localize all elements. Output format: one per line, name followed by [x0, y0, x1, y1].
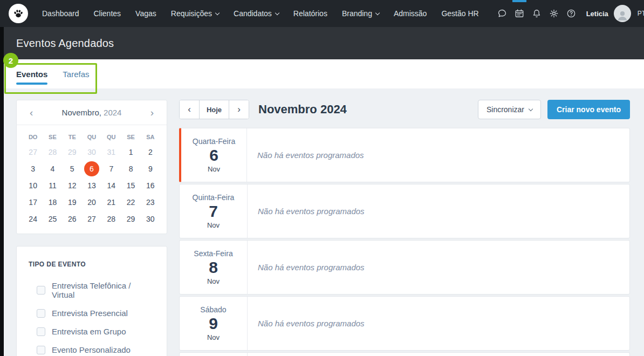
calendar-day-number: 30: [143, 211, 158, 227]
calendar-day[interactable]: 19: [63, 194, 82, 210]
calendar-day[interactable]: 26: [63, 210, 82, 227]
calendar-day[interactable]: 23: [141, 194, 160, 210]
checkbox-entrevista-telefonica-virtual[interactable]: [37, 286, 45, 295]
nav-item-vagas[interactable]: Vagas: [135, 9, 156, 18]
calendar-day[interactable]: 14: [101, 177, 121, 194]
calendar-day-number: 11: [45, 178, 60, 193]
calendar-day[interactable]: 28: [43, 143, 62, 160]
user-name[interactable]: Leticia: [586, 10, 608, 18]
nav-item-label: Branding: [342, 9, 372, 18]
event-date[interactable]: Quarta-Feira6Nov: [181, 128, 247, 182]
language-selector[interactable]: PT: [638, 10, 644, 17]
nav-item-dashboard[interactable]: Dashboard: [42, 9, 79, 18]
calendar-day[interactable]: 17: [23, 194, 43, 210]
checkbox-entrevista-em-grupo[interactable]: [37, 327, 45, 336]
calendar-day-selected[interactable]: 6: [82, 160, 101, 177]
calendar-day[interactable]: 2: [141, 143, 160, 160]
calendar-day[interactable]: 10: [23, 177, 43, 194]
calendar-day[interactable]: 15: [121, 177, 140, 194]
calendar-day[interactable]: 5: [63, 160, 82, 177]
mini-calendar-card: ‹ Novembro, 2024 › DOSETEQUQUSESA 272829…: [16, 100, 167, 234]
calendar-day[interactable]: 22: [121, 194, 140, 210]
create-event-button[interactable]: Criar novo evento: [547, 100, 630, 119]
event-type-options: Entrevista Telefônica / VirtualEntrevist…: [29, 281, 155, 354]
event-date[interactable]: Sábado9Nov: [180, 297, 248, 350]
calendar-day[interactable]: 30: [141, 210, 160, 227]
checkbox-entrevista-presencial[interactable]: [37, 309, 45, 318]
nav-item-clientes[interactable]: Clientes: [94, 9, 121, 18]
calendar-day[interactable]: 24: [23, 210, 43, 227]
chat-icon[interactable]: [494, 0, 511, 27]
event-row-body: [248, 353, 629, 356]
nav-item-label: Dashboard: [42, 9, 79, 18]
checkbox-evento-personalizado[interactable]: [37, 346, 45, 354]
event-type-option-evento-personalizado[interactable]: Evento Personalizado: [29, 345, 155, 354]
events-toolbar: ‹ Hoje › Novembro 2024 Sincronizar Criar…: [179, 100, 630, 119]
calendar-day[interactable]: 4: [43, 160, 62, 177]
calendar-day[interactable]: 16: [141, 177, 160, 194]
calendar-day-number: 30: [84, 145, 99, 160]
calendar-day[interactable]: 12: [63, 177, 82, 194]
nav-item-admissao[interactable]: Admissão: [394, 9, 427, 18]
event-month-label: Nov: [207, 333, 220, 341]
event-type-option-entrevista-telefonica-virtual[interactable]: Entrevista Telefônica / Virtual: [29, 281, 155, 299]
calendar-day-number: 20: [84, 195, 99, 210]
event-date: [180, 353, 248, 356]
event-row-body: Não há eventos programados: [248, 241, 629, 294]
event-list: Quarta-Feira6NovNão há eventos programad…: [179, 128, 630, 351]
calendar-prev-button[interactable]: ‹: [28, 107, 35, 118]
calendar-day[interactable]: 28: [101, 210, 121, 227]
event-row-body: Não há eventos programados: [248, 184, 629, 238]
next-day-button[interactable]: ›: [229, 100, 249, 119]
bell-icon[interactable]: [528, 0, 545, 27]
calendar-day[interactable]: 21: [101, 194, 121, 210]
calendar-day[interactable]: 31: [101, 143, 121, 160]
nav-item-relatorios[interactable]: Relatórios: [293, 9, 327, 18]
calendar-day[interactable]: 29: [63, 143, 82, 160]
calendar-day[interactable]: 29: [121, 210, 140, 227]
calendar-day-number: 29: [124, 211, 139, 227]
nav-item-branding[interactable]: Branding: [342, 9, 379, 18]
event-type-option-entrevista-presencial[interactable]: Entrevista Presencial: [29, 309, 155, 318]
event-row-quinta-feira: Quinta-Feira7NovNão há eventos programad…: [179, 184, 630, 238]
calendar-next-button[interactable]: ›: [148, 107, 156, 118]
calendar-day[interactable]: 1: [121, 143, 140, 160]
calendar-day[interactable]: 25: [43, 210, 62, 227]
calendar-day[interactable]: 18: [43, 194, 62, 210]
no-events-message: Não há eventos programados: [257, 150, 364, 160]
event-month-label: Nov: [207, 221, 220, 229]
nav-item-candidatos[interactable]: Candidatos: [234, 9, 279, 18]
weekday-label: QU: [101, 134, 121, 140]
event-date[interactable]: Quinta-Feira7Nov: [180, 184, 248, 238]
calendar-day[interactable]: 8: [121, 160, 140, 177]
sync-button[interactable]: Sincronizar: [478, 100, 541, 119]
calendar-day[interactable]: 3: [23, 160, 43, 177]
calendar-day[interactable]: 20: [82, 194, 101, 210]
calendar-day[interactable]: 30: [82, 143, 101, 160]
calendar-day[interactable]: 7: [101, 160, 121, 177]
nav-item-requisicoes[interactable]: Requisições: [171, 9, 219, 18]
today-button[interactable]: Hoje: [199, 100, 229, 119]
tab-eventos[interactable]: Eventos: [16, 59, 47, 88]
calendar-day-number: 28: [45, 145, 60, 160]
event-type-option-entrevista-em-grupo[interactable]: Entrevista em Grupo: [29, 327, 155, 336]
calendar-day[interactable]: 9: [141, 160, 160, 177]
event-date[interactable]: Sexta-Feira8Nov: [180, 241, 248, 294]
calendar-day[interactable]: 11: [43, 177, 62, 194]
gear-icon[interactable]: [545, 0, 563, 27]
tab-tarefas[interactable]: Tarefas: [63, 59, 89, 88]
nav-item-gestao-hr[interactable]: Gestão HR: [441, 9, 478, 18]
calendar-day[interactable]: 27: [23, 143, 43, 160]
prev-day-button[interactable]: ‹: [180, 100, 199, 119]
calendar-day-number: 5: [65, 161, 80, 176]
calendar-day[interactable]: 27: [82, 210, 101, 227]
help-icon[interactable]: [563, 0, 580, 27]
app-logo[interactable]: [9, 4, 28, 23]
calendar-day-number: 31: [104, 145, 119, 160]
calendar-icon[interactable]: [511, 0, 528, 27]
avatar[interactable]: [614, 5, 631, 22]
calendar-day[interactable]: 13: [82, 177, 101, 194]
calendar-day-number: 24: [25, 211, 40, 227]
event-row-body: Não há eventos programados: [248, 297, 629, 350]
sync-button-label: Sincronizar: [487, 105, 524, 114]
